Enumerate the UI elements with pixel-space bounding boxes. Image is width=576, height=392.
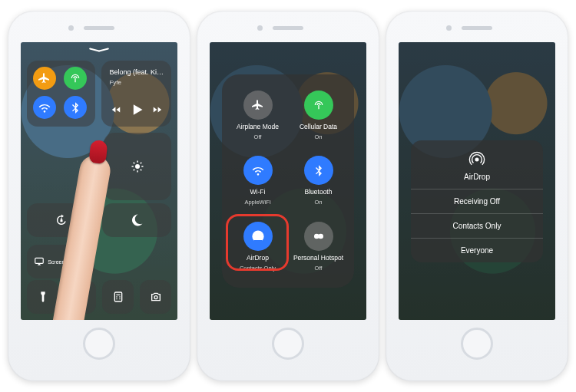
- calculator-button[interactable]: [102, 280, 134, 314]
- antenna-icon: [313, 99, 325, 111]
- bluetooth-status: On: [314, 199, 322, 206]
- front-camera: [68, 25, 74, 31]
- screen-1: Belong (feat. Ki… Fyfe Screen Mirro: [21, 42, 177, 320]
- do-not-disturb-toggle[interactable]: [102, 203, 171, 237]
- sun-icon: [131, 160, 144, 173]
- airplane-mode-item[interactable]: Airplane Mode Off: [230, 85, 286, 146]
- wifi-icon: [38, 101, 51, 114]
- svg-point-8: [475, 158, 478, 161]
- cellular-data-toggle[interactable]: [64, 67, 87, 90]
- previous-track-button[interactable]: [111, 104, 121, 117]
- screen-2: Airplane Mode Off Cellular Data On Wi-Fi…: [210, 42, 366, 320]
- screen-mirroring-label: Screen Mirroring: [48, 259, 88, 265]
- screen-3: AirDrop Receiving Off Contacts Only Ever…: [399, 42, 555, 320]
- camera-icon: [150, 291, 162, 303]
- play-icon: [129, 102, 144, 117]
- bluetooth-label: Bluetooth: [305, 188, 333, 196]
- wifi-toggle[interactable]: [33, 96, 56, 119]
- phone-step-1: Belong (feat. Ki… Fyfe Screen Mirro: [8, 11, 190, 381]
- airplane-icon: [252, 99, 264, 111]
- front-camera: [257, 25, 263, 31]
- airplane-mode-toggle[interactable]: [33, 67, 56, 90]
- speaker-grille: [273, 26, 303, 30]
- timer-button[interactable]: [65, 280, 96, 314]
- hotspot-icon: [313, 230, 325, 242]
- phone-step-2: Airplane Mode Off Cellular Data On Wi-Fi…: [197, 11, 379, 381]
- personal-hotspot-item[interactable]: Personal Hotspot Off: [290, 216, 346, 277]
- calculator-icon: [112, 291, 124, 303]
- airplane-mode-label: Airplane Mode: [237, 123, 279, 130]
- airdrop-item[interactable]: AirDrop Contacts Only: [230, 216, 286, 277]
- airplane-mode-status: Off: [254, 133, 262, 140]
- home-button[interactable]: [461, 328, 493, 360]
- speaker-grille: [462, 26, 492, 30]
- home-button[interactable]: [83, 328, 115, 360]
- chevron-down-icon[interactable]: [88, 47, 111, 53]
- svg-point-0: [135, 164, 140, 169]
- personal-hotspot-label: Personal Hotspot: [293, 254, 343, 262]
- rotation-lock-toggle[interactable]: [27, 203, 96, 237]
- svg-point-7: [319, 234, 323, 238]
- bluetooth-toggle[interactable]: [64, 96, 87, 119]
- airdrop-option-contacts-only[interactable]: Contacts Only: [411, 213, 543, 238]
- play-button[interactable]: [129, 102, 144, 119]
- cellular-data-item[interactable]: Cellular Data On: [290, 85, 346, 146]
- moon-icon: [130, 213, 144, 227]
- cellular-data-label: Cellular Data: [300, 123, 337, 130]
- wifi-item[interactable]: Wi-Fi AppleWiFi: [230, 150, 286, 211]
- personal-hotspot-status: Off: [315, 265, 323, 272]
- connectivity-panel: Airplane Mode Off Cellular Data On Wi-Fi…: [222, 74, 354, 288]
- now-playing-tile[interactable]: Belong (feat. Ki… Fyfe: [101, 61, 171, 127]
- track-artist: Fyfe: [109, 79, 121, 86]
- airplane-icon: [38, 72, 51, 84]
- bluetooth-item[interactable]: Bluetooth On: [290, 150, 346, 211]
- next-track-button[interactable]: [152, 104, 163, 117]
- torch-button[interactable]: [27, 280, 58, 314]
- airdrop-option-receiving-off[interactable]: Receiving Off: [411, 189, 543, 213]
- airdrop-menu: AirDrop Receiving Off Contacts Only Ever…: [411, 140, 543, 262]
- wifi-icon: [252, 164, 264, 176]
- speaker-grille: [84, 26, 114, 30]
- timer-icon: [74, 291, 87, 303]
- brightness-slider[interactable]: [104, 133, 171, 200]
- airdrop-label: AirDrop: [247, 254, 269, 262]
- svg-rect-3: [114, 292, 121, 301]
- antenna-icon: [69, 72, 81, 84]
- connectivity-tile[interactable]: [27, 61, 95, 127]
- track-title: Belong (feat. Ki…: [109, 68, 164, 76]
- airdrop-option-everyone[interactable]: Everyone: [411, 238, 543, 262]
- rotation-lock-icon: [55, 213, 68, 227]
- flashlight-icon: [37, 291, 49, 303]
- home-button[interactable]: [272, 328, 304, 360]
- wifi-status: AppleWiFi: [244, 199, 270, 206]
- svg-point-4: [154, 296, 157, 299]
- bluetooth-icon: [313, 164, 325, 176]
- wifi-label: Wi-Fi: [250, 188, 266, 196]
- bluetooth-icon: [69, 101, 81, 114]
- rewind-icon: [111, 104, 121, 115]
- screen-mirroring-icon: [34, 256, 45, 267]
- svg-rect-1: [35, 258, 44, 263]
- airdrop-status: Contacts Only: [240, 265, 276, 272]
- cellular-data-status: On: [314, 133, 322, 140]
- airdrop-icon: [467, 150, 487, 170]
- airdrop-menu-title: AirDrop: [464, 173, 490, 181]
- front-camera: [446, 25, 452, 31]
- forward-icon: [152, 104, 163, 115]
- camera-button[interactable]: [140, 280, 171, 314]
- phone-step-3: AirDrop Receiving Off Contacts Only Ever…: [386, 11, 568, 381]
- airdrop-icon: [252, 230, 264, 242]
- svg-point-6: [314, 234, 318, 238]
- screen-mirroring-button[interactable]: Screen Mirroring: [27, 245, 94, 278]
